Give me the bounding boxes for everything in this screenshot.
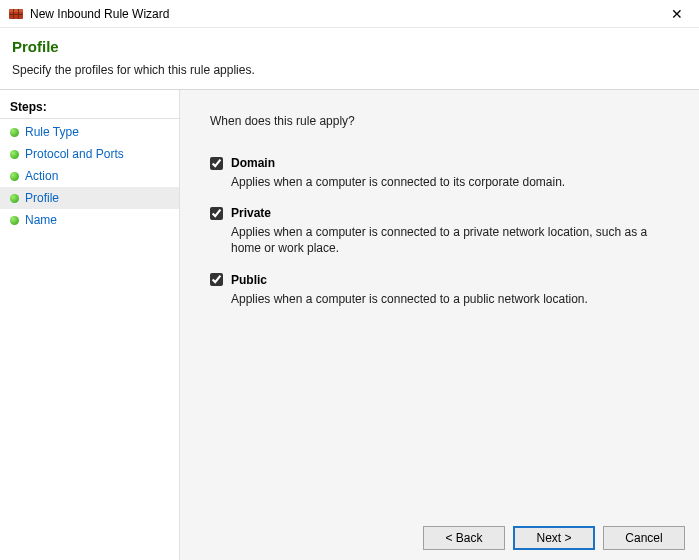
- step-rule-type[interactable]: Rule Type: [0, 121, 179, 143]
- close-icon[interactable]: ✕: [663, 6, 691, 22]
- option-public: Public Applies when a computer is connec…: [210, 273, 669, 307]
- public-checkbox[interactable]: [210, 273, 223, 286]
- firewall-icon: [8, 6, 24, 22]
- step-label: Action: [25, 169, 58, 183]
- domain-desc: Applies when a computer is connected to …: [231, 174, 669, 190]
- private-desc: Applies when a computer is connected to …: [231, 224, 669, 256]
- window-title: New Inbound Rule Wizard: [30, 7, 663, 21]
- step-label: Profile: [25, 191, 59, 205]
- step-protocol-and-ports[interactable]: Protocol and Ports: [0, 143, 179, 165]
- question-text: When does this rule apply?: [210, 114, 669, 128]
- step-bullet-icon: [10, 172, 19, 181]
- titlebar: New Inbound Rule Wizard ✕: [0, 0, 699, 28]
- page-title: Profile: [12, 38, 687, 55]
- step-profile[interactable]: Profile: [0, 187, 179, 209]
- step-bullet-icon: [10, 216, 19, 225]
- option-private: Private Applies when a computer is conne…: [210, 206, 669, 256]
- step-label: Name: [25, 213, 57, 227]
- next-button[interactable]: Next >: [513, 526, 595, 550]
- steps-sidebar: Steps: Rule Type Protocol and Ports Acti…: [0, 90, 180, 560]
- svg-rect-2: [9, 14, 23, 15]
- step-bullet-icon: [10, 128, 19, 137]
- svg-rect-1: [9, 9, 23, 12]
- public-label: Public: [231, 273, 267, 287]
- cancel-button[interactable]: Cancel: [603, 526, 685, 550]
- step-bullet-icon: [10, 194, 19, 203]
- option-domain: Domain Applies when a computer is connec…: [210, 156, 669, 190]
- step-action[interactable]: Action: [0, 165, 179, 187]
- wizard-header: Profile Specify the profiles for which t…: [0, 28, 699, 89]
- back-button[interactable]: < Back: [423, 526, 505, 550]
- step-name[interactable]: Name: [0, 209, 179, 231]
- button-row: < Back Next > Cancel: [423, 526, 685, 550]
- step-label: Protocol and Ports: [25, 147, 124, 161]
- private-label: Private: [231, 206, 271, 220]
- steps-heading: Steps:: [0, 96, 179, 119]
- public-desc: Applies when a computer is connected to …: [231, 291, 669, 307]
- domain-checkbox[interactable]: [210, 157, 223, 170]
- step-bullet-icon: [10, 150, 19, 159]
- svg-rect-4: [18, 9, 19, 19]
- domain-label: Domain: [231, 156, 275, 170]
- private-checkbox[interactable]: [210, 207, 223, 220]
- step-label: Rule Type: [25, 125, 79, 139]
- svg-rect-3: [13, 9, 14, 19]
- main-panel: When does this rule apply? Domain Applie…: [180, 90, 699, 560]
- page-subtitle: Specify the profiles for which this rule…: [12, 63, 687, 77]
